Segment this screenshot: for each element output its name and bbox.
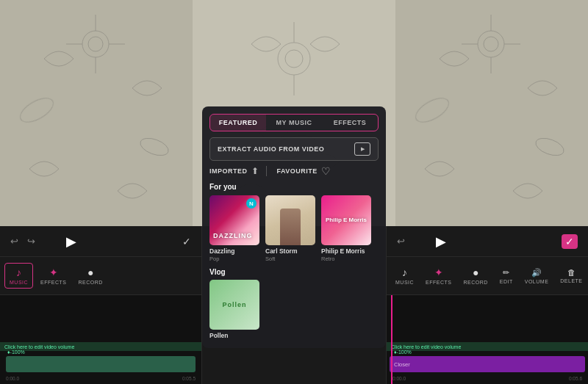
card-genre-carl: Soft xyxy=(265,256,315,262)
right-closer-label: Closer xyxy=(394,361,410,368)
pollen-thumb-text: Pollen xyxy=(222,301,246,308)
left-effects-label: EFFECTS xyxy=(40,280,66,285)
right-toolbar: ♪ MUSIC ✦ EFFECTS ● RECORD ✏ EDIT 🔊 VOLU… xyxy=(387,257,588,295)
left-toolbar: ♪ MUSIC ✦ EFFECTS ● RECORD xyxy=(0,257,201,295)
right-playhead xyxy=(391,295,392,384)
right-play-button[interactable]: ▶ xyxy=(436,233,446,250)
right-effects-label: EFFECTS xyxy=(426,280,451,285)
right-closer-track: Closer xyxy=(390,356,585,372)
redo-button[interactable]: ↪ xyxy=(27,236,35,247)
audio-tabs: FEATURED MY MUSIC EFFECTS xyxy=(209,114,379,131)
right-record-label: RECORD xyxy=(463,280,487,285)
right-music-icon: ♪ xyxy=(402,267,407,278)
extract-play-icon[interactable] xyxy=(354,142,370,156)
vlog-title-pollen: Pollen xyxy=(209,332,259,339)
imported-label: IMPORTED xyxy=(209,167,248,175)
vlog-card-pollen[interactable]: Pollen Pollen xyxy=(209,280,259,339)
card-title-carl: Carl Storm xyxy=(265,247,315,255)
music-card-dazzling[interactable]: DAZZLING N Dazzling Pop xyxy=(209,195,259,262)
left-click-edit-bar[interactable]: Click here to edit video volume xyxy=(0,342,201,351)
right-del-button[interactable]: 🗑 DELETE xyxy=(556,265,587,286)
right-edit-button[interactable]: ✏ EDIT xyxy=(495,265,517,287)
right-click-edit-bar[interactable]: Click here to edit video volume xyxy=(387,342,588,351)
card-genre-philip: Retro xyxy=(321,256,371,262)
dazzling-text: DAZZLING xyxy=(213,232,253,239)
heart-icon: ♡ xyxy=(321,165,331,177)
left-music-icon: ♪ xyxy=(16,267,21,278)
left-time-start: 0:00.0 xyxy=(6,376,19,381)
right-music-button[interactable]: ♪ MUSIC xyxy=(391,264,418,288)
right-time-end: 0:05.6 xyxy=(569,376,582,381)
left-record-icon: ● xyxy=(87,267,93,278)
import-icon: ⬆ xyxy=(251,166,259,176)
right-del-icon: 🗑 xyxy=(567,268,576,277)
tab-featured[interactable]: FEATURED xyxy=(210,115,266,131)
left-volume-pct: ♦-100% xyxy=(7,349,25,355)
right-timeline: Click here to edit video volume Closer ♦… xyxy=(387,295,588,384)
card-title-dazzling: Dazzling xyxy=(209,247,259,255)
right-vol-button[interactable]: 🔊 VOLUME xyxy=(520,265,553,287)
right-edit-icon: ✏ xyxy=(503,268,509,278)
left-click-edit-text: Click here to edit video volume xyxy=(4,344,74,349)
audio-panel: FEATURED MY MUSIC EFFECTS EXTRACT AUDIO … xyxy=(202,106,386,348)
tab-my-music[interactable]: MY MUSIC xyxy=(266,115,322,131)
right-effects-button[interactable]: ✦ EFFECTS xyxy=(421,264,456,288)
new-badge: N xyxy=(246,198,257,209)
right-record-button[interactable]: ● RECORD xyxy=(459,264,492,288)
card-genre-dazzling: Pop xyxy=(209,256,259,262)
card-thumb-dazzling: DAZZLING N xyxy=(209,195,259,245)
music-card-philip[interactable]: Philip E Morris Philip E Morris Retro xyxy=(321,195,371,262)
left-transport-row: ↩ ↪ ▶ ✓ xyxy=(0,226,201,257)
left-music-button[interactable]: ♪ MUSIC xyxy=(4,263,33,289)
svg-rect-15 xyxy=(395,0,588,228)
left-effects-icon: ✦ xyxy=(49,267,58,278)
video-right-panel xyxy=(395,0,588,228)
vlog-heading: Vlog xyxy=(209,268,379,276)
right-record-icon: ● xyxy=(473,267,478,278)
right-check-button[interactable]: ✓ xyxy=(562,234,578,249)
music-cards-row: DAZZLING N Dazzling Pop Carl Storm Soft … xyxy=(209,195,379,262)
right-edit-label: EDIT xyxy=(500,279,513,284)
right-effects-icon: ✦ xyxy=(434,267,443,278)
left-effects-button[interactable]: ✦ EFFECTS xyxy=(36,264,71,288)
vlog-thumb-pollen: Pollen xyxy=(209,280,259,330)
right-del-label: DELETE xyxy=(560,278,582,283)
favourite-button[interactable]: FAVOURITE ♡ xyxy=(277,165,331,177)
left-timeline: Click here to edit video volume ♦-100% 0… xyxy=(0,295,201,384)
right-panel: ↩ ▶ ✓ ♪ MUSIC ✦ EFFECTS ● RECORD ✏ EDIT xyxy=(386,226,588,384)
favourite-label: FAVOURITE xyxy=(277,167,318,175)
video-left-panel xyxy=(0,0,193,228)
left-record-button[interactable]: ● RECORD xyxy=(74,264,107,288)
imported-button[interactable]: IMPORTED ⬆ xyxy=(209,166,259,176)
card-thumb-carl xyxy=(265,195,315,245)
card-title-philip: Philip E Morris xyxy=(321,247,371,255)
right-vol-icon: 🔊 xyxy=(531,268,542,278)
carl-figure xyxy=(280,209,301,245)
left-video-track xyxy=(6,356,196,372)
left-music-label: MUSIC xyxy=(10,280,28,285)
right-volume-pct: ♦-100% xyxy=(394,349,412,355)
left-record-label: RECORD xyxy=(78,280,102,285)
left-check-button[interactable]: ✓ xyxy=(182,236,191,247)
left-time-end: 0:05.5 xyxy=(182,376,196,381)
right-undo-button[interactable]: ↩ xyxy=(397,236,405,247)
undo-button[interactable]: ↩ xyxy=(10,236,18,247)
extract-audio-label: EXTRACT AUDIO FROM VIDEO xyxy=(218,145,324,153)
svg-rect-0 xyxy=(0,0,193,228)
left-play-button[interactable]: ▶ xyxy=(66,233,76,250)
tab-effects[interactable]: EFFECTS xyxy=(322,115,378,131)
right-vol-label: VOLUME xyxy=(525,279,549,284)
right-time-start: 0:00.0 xyxy=(392,376,406,381)
extract-audio-row[interactable]: EXTRACT AUDIO FROM VIDEO xyxy=(209,137,379,161)
for-you-heading: For you xyxy=(209,183,379,191)
separator xyxy=(266,166,267,176)
music-card-carl[interactable]: Carl Storm Soft xyxy=(265,195,315,262)
card-thumb-philip: Philip E Morris xyxy=(321,195,371,245)
filter-row: IMPORTED ⬆ FAVOURITE ♡ xyxy=(209,165,379,177)
right-transport-row: ↩ ▶ ✓ xyxy=(387,226,588,257)
right-click-edit-text: Click here to edit video volume xyxy=(391,344,461,349)
philip-text: Philip E Morris xyxy=(326,217,367,224)
vlog-cards-row: Pollen Pollen xyxy=(209,280,379,339)
left-panel: ↩ ↪ ▶ ✓ ♪ MUSIC ✦ EFFECTS ● RECORD Click… xyxy=(0,226,202,384)
right-music-label: MUSIC xyxy=(395,280,414,285)
